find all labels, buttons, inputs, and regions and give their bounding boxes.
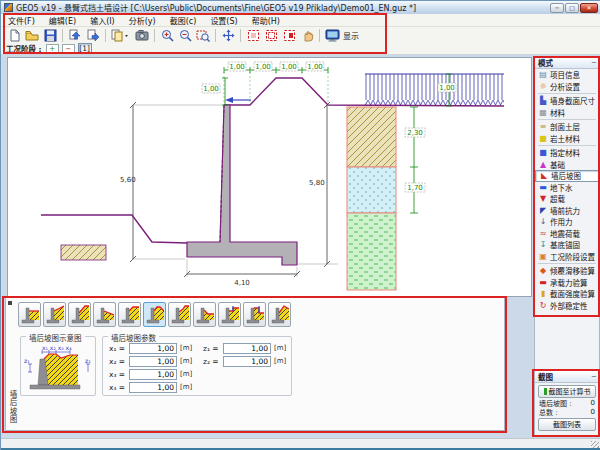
display-label[interactable]: 显示 [343, 30, 359, 41]
menu-outputs[interactable]: 截图(c) [163, 15, 204, 26]
toolbar-separator [215, 29, 216, 42]
sidebar-item-label: 墙身截面尺寸 [550, 95, 595, 106]
svg-text:1,00: 1,00 [439, 84, 455, 92]
import-button[interactable] [66, 28, 84, 43]
sidebar-item-front-resistance[interactable]: ◤墙前抗力 [535, 205, 599, 217]
toolbar-separator [154, 29, 155, 42]
frame-all-button[interactable] [244, 28, 262, 43]
soils-icon: ■ [538, 134, 548, 143]
wall-drawing: 1,00 1,00 1,00 1,00 1,00 5,60 [8, 58, 531, 296]
stage-1-toggle[interactable]: [1] [78, 43, 92, 54]
terrain-irregular-icon [270, 305, 289, 324]
frame-side-label: 墙后坡图 [7, 390, 18, 424]
terrain-shape-button-3[interactable] [68, 302, 91, 327]
menu-file[interactable]: 文件(F) [1, 15, 42, 26]
frame-selection-button[interactable] [262, 28, 280, 43]
display-button[interactable] [323, 28, 341, 43]
new-button[interactable] [5, 28, 23, 43]
sidebar-item-surcharge[interactable]: ▼超载 [535, 193, 599, 205]
sidebar-item-assign[interactable]: ■指定材料 [535, 147, 599, 159]
toolbar-separator [105, 29, 106, 42]
sidebar-item-label: 指定材料 [550, 147, 580, 158]
sidebar-item-water[interactable]: ▬地下水 [535, 182, 599, 194]
sidebar-item-material[interactable]: ▦材料 [535, 107, 599, 119]
monitor-icon [325, 29, 340, 42]
terrain-rise-icon [45, 305, 64, 324]
pictures-panel-title: 截图 [538, 371, 553, 382]
terrain-shape-button-5[interactable] [118, 302, 141, 327]
drawing-canvas[interactable]: 1,00 1,00 1,00 1,00 1,00 5,60 [7, 57, 532, 297]
frame-detail-button[interactable] [280, 28, 298, 43]
pan-button[interactable] [219, 28, 237, 43]
close-button[interactable]: ✕ [580, 3, 598, 13]
minimize-button[interactable]: ─ [550, 3, 564, 13]
zoom-window-button[interactable] [194, 28, 212, 43]
zoom-out-button[interactable] [176, 28, 194, 43]
terrain-berm-icon [145, 305, 164, 324]
x3-input[interactable] [129, 369, 177, 380]
menu-help[interactable]: 帮助(H) [245, 15, 287, 26]
x1-input[interactable] [129, 343, 177, 354]
zoom-in-button[interactable] [158, 28, 176, 43]
pan-arrows-icon [222, 29, 235, 42]
sidebar-item-profile[interactable]: ≡剖面土层 [535, 121, 599, 133]
terrain-shape-button-2[interactable] [43, 302, 66, 327]
x4-input[interactable] [129, 382, 177, 393]
terrain-shape-button-9[interactable] [218, 302, 241, 327]
maximize-button[interactable]: □ [565, 3, 579, 13]
frame-grip[interactable] [8, 301, 12, 305]
menu-analysis[interactable]: 分析(y) [122, 15, 163, 26]
sidebar-item-base-anchorage[interactable]: ↧基底锚固 [535, 239, 599, 251]
save-button[interactable] [41, 28, 59, 43]
terrain-schematic-diagram: x₁ x₂ x₃ x₄ z₁ z₂ [22, 341, 94, 393]
sidebar-item-external-stability[interactable]: ↻外部稳定性 [535, 300, 599, 312]
x2-input[interactable] [129, 356, 177, 367]
terrain-shape-button-4[interactable] [93, 302, 116, 327]
copy-dropdown-button[interactable] [109, 28, 133, 43]
menu-edit[interactable]: 编辑(E) [42, 15, 83, 26]
pictures-collapse-button[interactable]: ─ [592, 373, 596, 381]
z1-input[interactable] [223, 343, 271, 354]
x1-unit: [m] [180, 344, 192, 352]
mode-collapse-button[interactable]: ─ [592, 59, 596, 67]
main-toolbar: 显示 [1, 27, 600, 43]
open-button[interactable] [23, 28, 41, 43]
title-bar: GEO5 v19 - 悬臂式挡土墙设计 [C:\Users\Public\Doc… [1, 1, 600, 14]
menu-settings[interactable]: 设置(S) [203, 15, 244, 26]
terrain-shape-button-6-selected[interactable] [143, 302, 166, 327]
remove-stage-button[interactable]: − [62, 44, 75, 54]
terrain-shape-button-8[interactable] [193, 302, 216, 327]
sidebar-item-earthquake[interactable]: ≈地震荷载 [535, 228, 599, 240]
terrain-shape-button-7[interactable] [168, 302, 191, 327]
sidebar-item-stage-settings[interactable]: ▣工况阶段设置 [535, 251, 599, 263]
terrain-shape-button-10[interactable] [243, 302, 266, 327]
picture-list-button[interactable]: 截图列表 [538, 418, 596, 431]
add-stage-button[interactable]: + [46, 44, 59, 54]
menu-input[interactable]: 输入(I) [83, 15, 122, 26]
zoom-out-icon [179, 29, 192, 42]
sidebar-item-terrain-shape[interactable]: ◣墙后坡图 [535, 170, 599, 182]
resize-grip[interactable] [591, 441, 599, 448]
sidebar-item-bearing-capacity[interactable]: ▬承载力验算 [535, 277, 599, 289]
z2-input[interactable] [223, 356, 271, 367]
sidebar-item-dimensioning[interactable]: ▮截面强度验算 [535, 288, 599, 300]
front-resistance-icon: ◤ [538, 206, 548, 215]
terrain-shape-button-11[interactable] [268, 302, 291, 327]
x3-label: x₃ = [109, 370, 129, 379]
grab-button[interactable] [298, 28, 316, 43]
sidebar-item-verification[interactable]: ◆倾覆滑移验算 [535, 265, 599, 277]
terrain-shape-button-1[interactable] [18, 302, 41, 327]
add-picture-button[interactable]: 截图至计算书 [538, 385, 596, 398]
terrain-params-group: 墙后坡图参数 x₁ = [m] x₂ = [m] x₃ = [m] [102, 336, 292, 396]
sidebar-item-soils[interactable]: ■岩土材料 [535, 133, 599, 145]
sidebar-item-foundation[interactable]: ▲基础 [535, 159, 599, 171]
export-button[interactable] [84, 28, 102, 43]
camera-icon [135, 29, 149, 42]
sidebar-item-analysis-settings[interactable]: ☼分析设置 [535, 81, 599, 93]
snapshot-button[interactable] [133, 28, 151, 43]
sidebar-item-project-info[interactable]: ▤项目信息 [535, 69, 599, 81]
sidebar-item-applied-forces[interactable]: ↓作用力 [535, 216, 599, 228]
wall-geometry-icon: ▙ [538, 96, 548, 105]
sidebar-item-wall-geometry[interactable]: ▙墙身截面尺寸 [535, 95, 599, 107]
retaining-wall[interactable] [187, 105, 297, 265]
